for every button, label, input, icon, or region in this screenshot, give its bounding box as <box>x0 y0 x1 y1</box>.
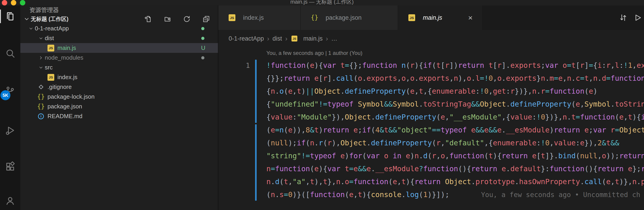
code-text: {}};return e[r].call(o.exports,o,o.expor… <box>266 72 644 85</box>
code-line[interactable]: (e=n(e)),8&t)return e;if(4&t&&"object"==… <box>218 124 644 137</box>
code-line[interactable]: (n.s=0)}([function(e,t){console.log(1)}]… <box>218 188 644 201</box>
activity-run-debug[interactable] <box>0 120 20 141</box>
activity-search[interactable] <box>0 42 20 64</box>
modified-gutter-bar <box>255 60 257 123</box>
tree-item-readme-md[interactable]: iREADME.md <box>20 111 218 121</box>
gitignore-icon <box>38 85 43 89</box>
tab-label: main.js <box>423 14 442 21</box>
breadcrumb-item-dist[interactable]: dist <box>272 35 282 42</box>
new-folder-button[interactable] <box>163 15 172 23</box>
line-number <box>218 72 250 85</box>
tree-item-package-json[interactable]: {}package.json <box>20 101 218 111</box>
code-text: {"undefined"!=typeof Symbol&&Symbol.toSt… <box>266 98 644 111</box>
breadcrumb-item-main-js[interactable]: JSmain.js <box>290 35 323 43</box>
json-file-icon: {} <box>37 103 45 110</box>
explorer-toolbar <box>144 15 218 23</box>
git-blame-annotation: You, a few seconds ago • Uncommitted ch <box>481 188 640 201</box>
js-file-icon: JS <box>292 36 297 42</box>
breadcrumb-item-[interactable]: … <box>331 35 338 42</box>
file-icon-box: JS <box>228 14 236 22</box>
code-line[interactable]: {"undefined"!=typeof Symbol&&Symbol.toSt… <box>218 98 644 111</box>
chevron-down-icon <box>37 63 45 72</box>
breadcrumb-item-0-1-reactapp[interactable]: 0-1-reactApp <box>228 35 264 42</box>
collapse-folders-button[interactable] <box>202 15 210 23</box>
code-text: !function(e){var t={};function n(r){if(t… <box>266 59 644 72</box>
tree-item-main-js[interactable]: JSmain.jsU <box>20 43 218 53</box>
explorer-sidebar: 资源管理器 无标题 (工作区) 0-1-reactAppdistJSmain.j… <box>20 6 218 210</box>
code-text: (n.s=0)}([function(e,t){console.log(1)}]… <box>266 188 449 201</box>
file-tree: 0-1-reactAppdistJSmain.jsUnode_modulessr… <box>20 24 218 121</box>
code-line[interactable]: {value:"Module"}),Object.defineProperty(… <box>218 111 644 124</box>
code-text: {n.o(e,t)||Object.defineProperty(e,t,{en… <box>266 85 598 98</box>
code-line[interactable]: (null);if(n.r(r),Object.defineProperty(r… <box>218 137 644 149</box>
tree-item-label: src <box>45 64 53 71</box>
run-debug-icon <box>5 125 16 136</box>
account-icon <box>5 195 16 206</box>
file-icon-box <box>37 83 45 91</box>
breadcrumb-separator: › <box>326 35 328 42</box>
line-number: 1 <box>218 59 250 72</box>
tree-item-label: main.js <box>58 44 76 51</box>
line-number <box>218 98 250 111</box>
new-folder-icon <box>164 15 171 23</box>
code-lines: 1!function(e){var t={};function n(r){if(… <box>218 59 644 201</box>
files-icon <box>5 11 16 22</box>
sidebar-title: 资源管理器 <box>20 6 218 15</box>
line-number <box>218 111 250 124</box>
refresh-explorer-button[interactable] <box>183 15 191 23</box>
minimize-window-button[interactable] <box>11 0 16 6</box>
workspace-section-header[interactable]: 无标题 (工作区) <box>20 15 218 24</box>
js-file-icon: JS <box>228 14 236 21</box>
close-icon[interactable]: × <box>468 14 472 22</box>
tree-item-0-1-reactapp[interactable]: 0-1-reactApp <box>20 24 218 33</box>
editor-area: JSindex.js{}package.jsonJSmain.js× 0-1-r… <box>218 6 644 210</box>
tree-item-gitignore[interactable]: .gitignore <box>20 82 218 92</box>
tree-item-src[interactable]: src <box>20 63 218 72</box>
code-line[interactable]: n.d(t,"a",t),t},n.o=function(e,t){return… <box>218 175 644 188</box>
line-number <box>218 149 250 162</box>
titlebar[interactable]: main.js — 无标题 (工作区) <box>0 0 644 6</box>
code-line[interactable]: 1!function(e){var t={};function n(r){if(… <box>218 59 644 72</box>
tree-item-index-js[interactable]: JSindex.js <box>20 72 218 82</box>
code-line[interactable]: n=function(e){var t=e&&e.__esModule?func… <box>218 162 644 175</box>
new-file-button[interactable] <box>144 15 152 23</box>
git-status-badge: U <box>201 44 205 51</box>
open-changes-button[interactable] <box>619 13 628 22</box>
file-icon-box: {} <box>37 93 45 101</box>
tree-item-dist[interactable]: dist <box>20 33 218 43</box>
codelens[interactable]: You, a few seconds ago | 1 author (You) <box>218 47 644 59</box>
file-icon-box: {} <box>311 14 318 22</box>
activity-source-control[interactable]: 5K <box>0 80 20 101</box>
tree-item-node-modules[interactable]: node_modules <box>20 53 218 63</box>
file-icon-box: {} <box>37 102 45 111</box>
line-number <box>218 175 250 188</box>
chevron-down-icon <box>37 33 45 43</box>
code-line[interactable]: {n.o(e,t)||Object.defineProperty(e,t,{en… <box>218 85 644 98</box>
tab-package-json[interactable]: {}package.json <box>301 6 398 30</box>
zoom-window-button[interactable] <box>20 0 25 6</box>
json-file-icon: {} <box>37 94 45 100</box>
code-line[interactable]: {}};return e[r].call(o.exports,o,o.expor… <box>218 72 644 85</box>
activity-extensions[interactable] <box>0 156 20 178</box>
run-code-button[interactable] <box>633 13 642 22</box>
activity-explorer[interactable] <box>0 6 20 27</box>
code-line[interactable]: "string"!=typeof e)for(var o in e)n.d(r,… <box>218 149 644 162</box>
line-number <box>218 85 250 98</box>
line-number <box>218 188 250 201</box>
git-modified-dot <box>201 37 204 40</box>
code-text: "string"!=typeof e)for(var o in e)n.d(r,… <box>266 149 644 162</box>
code-text: n=function(e){var t=e&&e.__esModule?func… <box>266 162 644 175</box>
breadcrumb-separator: › <box>267 35 269 42</box>
tree-item-label: package.json <box>48 103 82 110</box>
workspace-section-label: 无标题 (工作区) <box>31 16 68 23</box>
activity-account[interactable] <box>0 190 20 210</box>
tree-item-label: package-lock.json <box>48 93 94 100</box>
tab-index-js[interactable]: JSindex.js <box>218 6 301 30</box>
tree-item-package-lock-json[interactable]: {}package-lock.json <box>20 92 218 101</box>
tab-main-js[interactable]: JSmain.js× <box>398 6 483 30</box>
activity-badge: 5K <box>0 90 10 100</box>
tab-label: package.json <box>326 14 362 21</box>
file-icon-box: i <box>37 112 45 121</box>
code-editor[interactable]: You, a few seconds ago | 1 author (You) … <box>218 47 644 201</box>
close-window-button[interactable] <box>2 0 7 6</box>
